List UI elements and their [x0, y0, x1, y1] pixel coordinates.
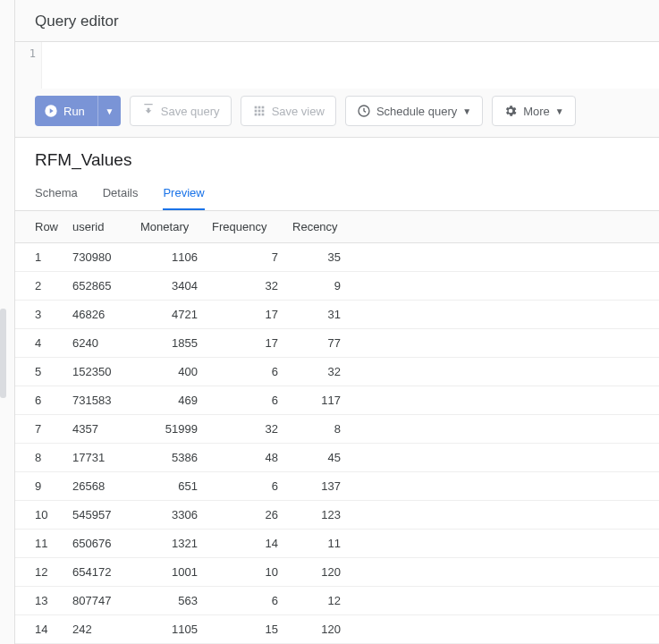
cell-monetary: 5386 — [133, 444, 205, 472]
play-icon — [44, 104, 58, 118]
svg-rect-4 — [254, 110, 257, 113]
save-view-button[interactable]: Save view — [241, 96, 336, 126]
table-row[interactable]: 10545957330626123 — [15, 501, 659, 530]
col-monetary[interactable]: Monetary — [133, 211, 205, 243]
sql-input[interactable] — [42, 42, 659, 89]
cell-row: 14 — [15, 615, 65, 644]
svg-rect-1 — [254, 106, 257, 109]
run-label: Run — [63, 105, 85, 118]
cell-monetary: 3404 — [133, 272, 205, 301]
cell-row: 1 — [15, 243, 65, 272]
table-row[interactable]: 4624018551777 — [15, 329, 659, 358]
cell-row: 4 — [15, 329, 65, 358]
cell-recency: 8 — [285, 415, 348, 444]
editor-header: Query editor — [15, 0, 659, 42]
download-icon — [141, 104, 156, 118]
cell-recency: 123 — [285, 501, 348, 530]
col-row[interactable]: Row — [15, 211, 65, 243]
cell-monetary: 1855 — [133, 329, 205, 358]
tab-preview[interactable]: Preview — [163, 186, 204, 210]
scrollbar-thumb[interactable] — [0, 309, 6, 398]
svg-rect-5 — [258, 110, 260, 113]
table-row[interactable]: 1165067613211411 — [15, 530, 659, 558]
cell-blank — [348, 472, 659, 501]
cell-blank — [348, 301, 659, 329]
cell-frequency: 6 — [205, 386, 285, 415]
cell-row: 13 — [15, 587, 65, 615]
cell-userid: 152350 — [65, 358, 133, 386]
col-userid[interactable]: userid — [65, 211, 133, 243]
left-gutter — [0, 0, 15, 644]
cell-monetary: 1105 — [133, 615, 205, 644]
toolbar: Run ▼ Save query Save view Schedule quer… — [15, 89, 659, 138]
cell-recency: 31 — [285, 301, 348, 329]
col-frequency[interactable]: Frequency — [205, 211, 285, 243]
cell-blank — [348, 587, 659, 615]
cell-frequency: 15 — [205, 615, 285, 644]
cell-frequency: 17 — [205, 329, 285, 358]
table-row[interactable]: 67315834696117 — [15, 386, 659, 415]
more-button[interactable]: More ▼ — [492, 96, 576, 126]
svg-rect-6 — [261, 110, 264, 113]
table-row[interactable]: 7435751999328 — [15, 415, 659, 444]
cell-row: 10 — [15, 501, 65, 530]
cell-blank — [348, 615, 659, 644]
table-row[interactable]: 13807747563612 — [15, 587, 659, 615]
cell-frequency: 6 — [205, 358, 285, 386]
schedule-query-button[interactable]: Schedule query ▼ — [345, 96, 483, 126]
cell-recency: 45 — [285, 444, 348, 472]
save-query-button[interactable]: Save query — [130, 96, 232, 126]
cell-row: 8 — [15, 444, 65, 472]
cell-userid: 545957 — [65, 501, 133, 530]
cell-recency: 120 — [285, 615, 348, 644]
cell-monetary: 651 — [133, 472, 205, 501]
tab-details[interactable]: Details — [103, 186, 139, 210]
save-view-label: Save view — [272, 105, 325, 118]
clock-icon — [357, 104, 371, 118]
caret-down-icon: ▼ — [105, 106, 114, 116]
cell-recency: 11 — [285, 530, 348, 558]
svg-rect-3 — [261, 106, 264, 109]
table-row[interactable]: 34682647211731 — [15, 301, 659, 329]
cell-frequency: 10 — [205, 558, 285, 587]
cell-recency: 35 — [285, 243, 348, 272]
cell-userid: 650676 — [65, 530, 133, 558]
cell-frequency: 32 — [205, 272, 285, 301]
cell-frequency: 6 — [205, 472, 285, 501]
col-recency[interactable]: Recency — [285, 211, 348, 243]
table-row[interactable]: 14242110515120 — [15, 615, 659, 644]
cell-userid: 17731 — [65, 444, 133, 472]
line-gutter: 1 — [15, 42, 42, 89]
table-row[interactable]: 9265686516137 — [15, 472, 659, 501]
table-row[interactable]: 26528653404329 — [15, 272, 659, 301]
cell-row: 3 — [15, 301, 65, 329]
cell-userid: 6240 — [65, 329, 133, 358]
caret-down-icon: ▼ — [462, 106, 471, 116]
cell-row: 9 — [15, 472, 65, 501]
table-row[interactable]: 81773153864845 — [15, 444, 659, 472]
cell-userid: 26568 — [65, 472, 133, 501]
cell-frequency: 32 — [205, 415, 285, 444]
run-dropdown-button[interactable]: ▼ — [97, 96, 121, 126]
cell-frequency: 17 — [205, 301, 285, 329]
svg-rect-7 — [254, 114, 257, 116]
cell-frequency: 14 — [205, 530, 285, 558]
cell-monetary: 469 — [133, 386, 205, 415]
tab-schema[interactable]: Schema — [35, 186, 78, 210]
cell-monetary: 3306 — [133, 501, 205, 530]
cell-blank — [348, 444, 659, 472]
cell-userid: 242 — [65, 615, 133, 644]
cell-recency: 12 — [285, 587, 348, 615]
cell-recency: 9 — [285, 272, 348, 301]
table-row[interactable]: 12654172100110120 — [15, 558, 659, 587]
cell-frequency: 6 — [205, 587, 285, 615]
cell-userid: 654172 — [65, 558, 133, 587]
run-button[interactable]: Run — [35, 96, 97, 126]
cell-row: 5 — [15, 358, 65, 386]
more-label: More — [523, 105, 550, 118]
cell-blank — [348, 358, 659, 386]
table-title: RFM_Values — [15, 138, 659, 175]
cell-row: 12 — [15, 558, 65, 587]
table-row[interactable]: 17309801106735 — [15, 243, 659, 272]
table-row[interactable]: 5152350400632 — [15, 358, 659, 386]
